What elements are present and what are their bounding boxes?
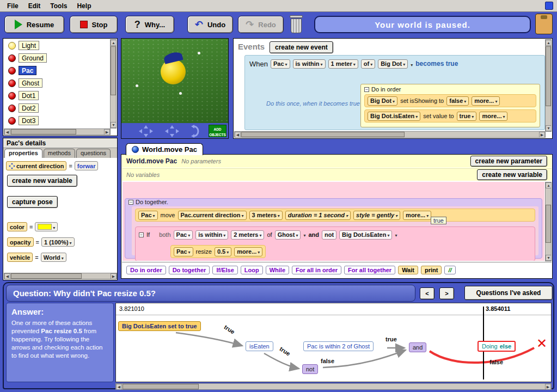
tile-while[interactable]: While (266, 266, 289, 274)
tree-item-ground[interactable]: Ground (4, 52, 110, 64)
scroll-track[interactable] (111, 46, 116, 122)
events-hscroll[interactable] (234, 131, 546, 138)
scroll-track[interactable] (122, 384, 545, 389)
method-vscroll[interactable] (545, 182, 552, 261)
do-in-order-box[interactable]: Do in order Big Dot set isShowing to fal… (360, 84, 540, 127)
dropdown-icon[interactable] (303, 231, 305, 238)
object-tree-vscroll[interactable] (110, 39, 117, 128)
dot-object[interactable] (136, 84, 138, 87)
undo-button[interactable]: ↶ Undo (187, 16, 233, 33)
trash-icon[interactable] (289, 15, 303, 35)
tab-questions[interactable]: questions (76, 149, 111, 158)
scroll-thumb[interactable] (111, 46, 116, 95)
event-tile[interactable]: When Pac is within 1 meter of (244, 55, 545, 130)
scroll-thumb[interactable] (546, 46, 551, 106)
scroll-thumb[interactable] (11, 273, 82, 279)
if-op-chip[interactable]: is within (195, 230, 228, 240)
statement-target-chip[interactable]: Big Dot (368, 96, 397, 106)
tile-loop[interactable]: Loop (241, 266, 263, 274)
if-target-chip[interactable]: Ghost (275, 230, 301, 240)
redo-button[interactable]: ↷ Redo (238, 16, 284, 33)
scroll-left-icon[interactable] (116, 384, 122, 390)
opacity-value-chip[interactable]: 1 (100%) (41, 237, 75, 247)
move-duration-chip[interactable]: duration = 1 second (285, 211, 351, 220)
events-vscroll[interactable] (545, 39, 552, 132)
tile-comment[interactable]: // (444, 266, 455, 274)
scroll-right-icon[interactable] (539, 132, 545, 138)
tree-item-dot1[interactable]: Dot1 (4, 89, 110, 102)
scroll-thumb[interactable] (123, 384, 199, 389)
scroll-right-icon[interactable] (111, 273, 117, 279)
scroll-right-icon[interactable] (104, 129, 110, 135)
create-new-parameter-button[interactable]: create new parameter (470, 156, 547, 167)
scroll-track[interactable] (546, 188, 551, 255)
move-distance-chip[interactable]: 3 meters (249, 211, 283, 220)
move-direction-chip[interactable]: Pac.current direction (178, 211, 247, 220)
create-new-variable-button[interactable]: create new variable (477, 169, 547, 180)
capture-pose-button[interactable]: capture pose (7, 196, 58, 208)
world-viewport[interactable] (121, 39, 228, 123)
move-more-chip[interactable]: more... (403, 211, 431, 220)
details-hscroll[interactable] (4, 273, 117, 279)
if-subject-chip[interactable]: Pac (174, 230, 193, 240)
tile-wait[interactable]: Wait (398, 266, 418, 274)
camera-orbit-icon[interactable] (189, 125, 204, 138)
scroll-down-icon[interactable] (546, 125, 552, 131)
statement-value-chip[interactable]: false (446, 96, 469, 106)
create-new-event-button[interactable]: create new event (270, 41, 333, 53)
tile-for-all-in-order[interactable]: For all in order (292, 266, 341, 274)
tree-item-light[interactable]: Light (4, 39, 110, 52)
if-condition2-chip[interactable]: Big Dot.isEaten (339, 230, 392, 240)
resume-button[interactable]: Resume (4, 16, 64, 33)
scroll-track[interactable] (10, 273, 111, 279)
event-op-chip[interactable]: is within (293, 59, 326, 69)
whyline-hscroll[interactable] (115, 383, 552, 390)
statement-target-chip[interactable]: Big Dot.isEaten (368, 112, 420, 121)
color-property-chip[interactable]: color (7, 222, 27, 231)
menu-tools[interactable]: Tools (45, 1, 72, 11)
tile-do-in-order[interactable]: Do in order (126, 266, 166, 274)
dropdown-icon[interactable] (395, 231, 397, 238)
statement-set-iseaten[interactable]: Big Dot.isEaten set value to true more..… (364, 109, 536, 122)
whyline-canvas[interactable]: 3.821010 3.854011 Big Dot.isEaten set to… (115, 303, 552, 382)
not-chip[interactable]: not (322, 230, 336, 240)
tree-item-ghost[interactable]: Ghost (4, 77, 110, 89)
scroll-down-icon[interactable] (546, 255, 552, 261)
dot-object[interactable] (198, 52, 200, 54)
collapse-icon[interactable] (139, 232, 144, 237)
prev-question-button[interactable]: < (420, 287, 434, 299)
resize-subject-chip[interactable]: Pac (174, 247, 193, 256)
method-tab[interactable]: World.move Pac (126, 143, 203, 155)
current-direction-chip[interactable]: current direction (6, 161, 66, 170)
scroll-up-icon[interactable] (546, 182, 552, 188)
move-style-chip[interactable]: style = gently (353, 211, 400, 220)
tile-do-together[interactable]: Do together (169, 266, 210, 274)
vehicle-value-chip[interactable]: World (41, 253, 66, 262)
color-value-chip[interactable] (35, 222, 58, 231)
if-distance-chip[interactable]: 2 meters (231, 230, 264, 240)
stop-button[interactable]: Stop (70, 16, 118, 33)
scroll-track[interactable] (546, 46, 551, 125)
node-iseaten[interactable]: isEaten (246, 341, 273, 351)
do-together-block[interactable]: Do together. Pac move Pac.current direct… (125, 198, 542, 259)
menu-file[interactable]: File (2, 1, 23, 11)
scroll-thumb[interactable] (546, 205, 551, 243)
create-new-variable-button[interactable]: create new variable (7, 175, 77, 187)
tree-item-dot3[interactable]: Dot3 (4, 114, 110, 127)
add-objects-button[interactable]: ADD OBJECTS (209, 125, 227, 137)
clipboard-icon[interactable] (535, 14, 553, 34)
statement-set-isshowing[interactable]: Big Dot set isShowing to false more... (364, 94, 536, 107)
dropdown-icon[interactable] (411, 59, 413, 69)
current-direction-value-chip[interactable]: forwar (75, 161, 99, 170)
dot-object[interactable] (179, 92, 182, 95)
why-button[interactable]: ? Why... (125, 16, 174, 33)
node-not[interactable]: not (302, 364, 318, 374)
node-and[interactable]: and (409, 342, 426, 352)
vehicle-property-chip[interactable]: vehicle (7, 253, 33, 262)
scroll-left-icon[interactable] (4, 273, 10, 279)
menu-edit[interactable]: Edit (23, 1, 46, 11)
event-of-chip[interactable]: of (361, 59, 375, 69)
tile-if-else[interactable]: If/Else (212, 266, 237, 274)
camera-move-icon[interactable] (163, 125, 181, 138)
questions-asked-button[interactable]: Questions I've asked (464, 286, 553, 300)
